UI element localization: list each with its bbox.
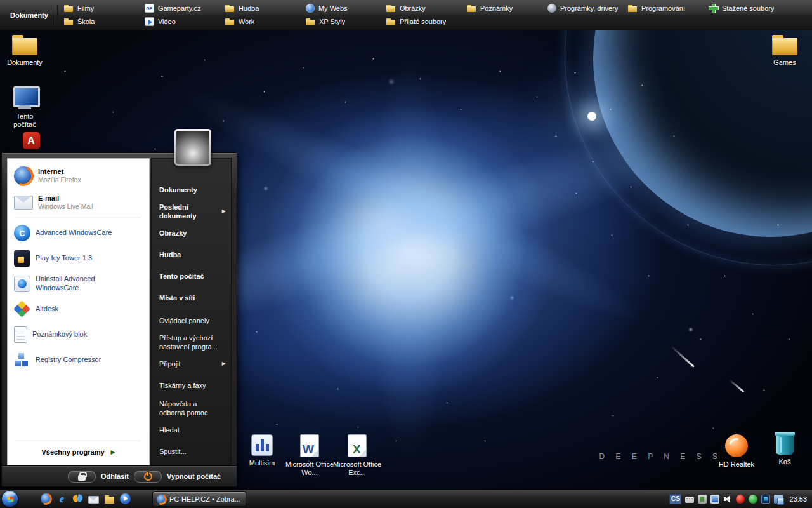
menu-divider: [15, 441, 141, 441]
all-programs-button[interactable]: Všechny programy: [10, 443, 147, 461]
start-menu: Internet Mozilla Firefox E-mail Windows …: [1, 152, 237, 487]
start-item-internet[interactable]: Internet Mozilla Firefox: [10, 163, 147, 189]
desktop-icon-excel[interactable]: Microsoft Office Exc...: [332, 434, 382, 477]
toolbar-item-label: Prográmky, drivery: [560, 4, 618, 12]
gameparty-icon: [145, 4, 154, 13]
start-menu-item-obrazky[interactable]: Obrázky: [159, 222, 226, 244]
toolbar-item-obrazky[interactable]: Obrázky: [385, 2, 466, 15]
msn-icon[interactable]: [72, 493, 83, 504]
antivirus-icon[interactable]: [736, 495, 745, 504]
lcd-icon[interactable]: [761, 495, 770, 504]
usb-icon[interactable]: [698, 495, 707, 504]
messenger-icon[interactable]: [749, 495, 757, 504]
keyboard-icon[interactable]: [685, 497, 694, 503]
toolbar-item-skola[interactable]: Škola: [63, 15, 143, 29]
desktop-icon-word[interactable]: Microsoft Office Wo...: [285, 434, 334, 477]
toolbar-item-gameparty[interactable]: Gameparty.cz: [143, 2, 224, 15]
desktop-icon-kos[interactable]: Koš: [760, 434, 809, 466]
desktop-icon-multisim[interactable]: Multisim: [237, 434, 287, 467]
start-menu-item-posledni-dokumenty[interactable]: Poslední dokumenty: [159, 201, 226, 222]
program-label: Uninstall Advanced WindowsCare: [36, 275, 112, 293]
internet-explorer-icon[interactable]: [56, 493, 67, 504]
start-item-registry-compressor[interactable]: Registry Compressor: [10, 347, 147, 373]
start-item-email[interactable]: E-mail Windows Live Mail: [10, 189, 147, 216]
start-menu-item-dokumenty[interactable]: Dokumenty: [159, 179, 226, 201]
toolbar-shortcuts: Filmy Škola Gameparty.cz Video: [63, 0, 788, 30]
icytower-icon: [14, 250, 30, 267]
multisim-icon: [251, 434, 273, 456]
start-menu-item-hudba[interactable]: Hudba: [159, 244, 226, 265]
start-menu-item-ovladaci-panely[interactable]: Ovládací panely: [159, 310, 226, 331]
wallpaper-light-beam: [368, 56, 450, 462]
toolbar-item-video[interactable]: Video: [143, 15, 224, 29]
start-item-icy-tower[interactable]: Play Icy Tower 1.3: [10, 246, 147, 271]
display-icon[interactable]: [710, 495, 719, 504]
folder-icon: [306, 17, 315, 26]
iobit-icon: [14, 276, 30, 292]
folder-icon: [628, 4, 638, 13]
taskbar-clock[interactable]: 23:53: [789, 495, 809, 503]
start-menu-item-tento-pocitac[interactable]: Tento počítač: [159, 265, 226, 287]
start-menu-item-mista-v-siti[interactable]: Místa v síti: [159, 287, 226, 309]
desktop-icon-label: Games: [773, 58, 796, 67]
desktop-icon-tento-pocitac[interactable]: Tento počítač: [0, 86, 49, 129]
download-icon: [709, 4, 718, 13]
user-avatar[interactable]: [174, 129, 211, 166]
start-menu-item-hledat[interactable]: Hledat: [159, 419, 226, 441]
toolbar-item-my-webs[interactable]: My Webs: [304, 2, 385, 15]
excel-document-icon: [348, 434, 367, 457]
shutdown-button[interactable]: [134, 471, 162, 483]
shutdown-label: Vypnout počítač: [167, 472, 221, 480]
volume-icon[interactable]: [723, 495, 732, 504]
toolbar-item-programky-drivery[interactable]: Prográmky, drivery: [546, 2, 627, 15]
mail-icon[interactable]: [88, 496, 99, 504]
toolbar-item-poznamky[interactable]: Poznámky: [466, 2, 546, 15]
media-player-icon[interactable]: [120, 493, 131, 504]
task-button-label: PC-HELP.CZ • Zobra...: [169, 495, 240, 503]
desktop-icon-games[interactable]: Games: [760, 34, 809, 67]
toolbar-item-filmy[interactable]: Filmy: [63, 2, 143, 15]
start-menu-item-napoveda[interactable]: Nápověda a odborná pomoc: [159, 398, 226, 419]
desktop-icon-dokumenty[interactable]: Dokumenty: [0, 34, 49, 67]
start-menu-right-panel: Dokumenty Poslední dokumenty Obrázky Hud…: [151, 158, 232, 465]
desktop-icon-hd-realtek[interactable]: HD Realtek: [712, 434, 761, 469]
folder-icon: [771, 34, 798, 55]
toolbar-item-work[interactable]: Work: [224, 15, 304, 29]
toolbar-title[interactable]: Dokumenty: [0, 11, 55, 19]
start-item-altdesk[interactable]: Altdesk: [10, 297, 147, 322]
start-item-uninstall-windowscare[interactable]: Uninstall Advanced WindowsCare: [10, 271, 147, 297]
logoff-button[interactable]: [68, 471, 96, 483]
language-indicator[interactable]: CS: [669, 494, 681, 504]
start-menu-footer: Odhlásit Vypnout počítač: [2, 465, 237, 486]
start-item-advanced-windowscare[interactable]: Advanced WindowsCare: [10, 220, 147, 246]
program-label: Play Icy Tower 1.3: [36, 254, 92, 263]
computer-icon: [11, 86, 38, 109]
start-menu-item-pripojit[interactable]: Připojit: [159, 353, 226, 375]
folder-icon[interactable]: [104, 493, 115, 504]
toolbar-item-xp-styly[interactable]: XP Styly: [304, 15, 385, 29]
start-item-poznamkovy-blok[interactable]: Poznámkový blok: [10, 322, 147, 347]
power-icon: [144, 472, 152, 481]
network-icon[interactable]: [774, 495, 783, 504]
toolbar-item-hudba[interactable]: Hudba: [224, 2, 304, 15]
toolbar-item-programovani[interactable]: Programování: [627, 2, 707, 15]
toolbar-item-prijate-soubory[interactable]: Přijaté soubory: [385, 15, 466, 29]
program-label: Registry Compressor: [36, 356, 101, 364]
start-button[interactable]: [1, 490, 18, 507]
firefox-icon: [157, 495, 166, 504]
lock-icon: [78, 475, 86, 481]
taskbar-task-pchelp[interactable]: PC-HELP.CZ • Zobra...: [152, 491, 246, 507]
start-menu-left-panel: Internet Mozilla Firefox E-mail Windows …: [7, 158, 150, 465]
program-label: Altdesk: [36, 305, 58, 314]
start-menu-item-pristup-a-vychozi[interactable]: Přístup a výchozí nastavení progra...: [159, 331, 226, 353]
system-tray: CS 23:53: [669, 490, 809, 508]
start-menu-item-tiskarny-a-faxy[interactable]: Tiskárny a faxy: [159, 375, 226, 396]
start-menu-item-spustit[interactable]: Spustit...: [159, 441, 226, 462]
program-label: Advanced WindowsCare: [36, 229, 112, 237]
toolbar-grip[interactable]: [55, 5, 58, 25]
firefox-icon[interactable]: [41, 493, 51, 504]
toolbar-item-stazene-soubory[interactable]: Stažené soubory: [707, 2, 788, 15]
desktop-icon-label: Tento počítač: [6, 112, 43, 129]
desktop-icon-label: Microsoft Office Exc...: [332, 460, 382, 477]
desktop-icon-adobe-reader[interactable]: [6, 132, 56, 149]
